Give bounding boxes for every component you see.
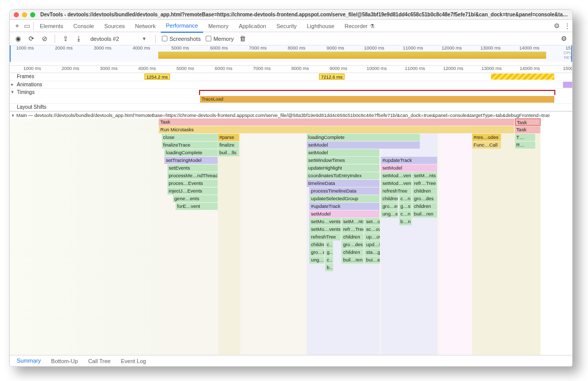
- flame-bar[interactable]: setMo…vents: [309, 218, 341, 225]
- tab-security[interactable]: Security: [271, 20, 302, 32]
- flame-bar[interactable]: loadingComplete: [164, 149, 218, 156]
- flame-bar[interactable]: close: [162, 134, 218, 141]
- flame-bar[interactable]: processTimelineData: [309, 187, 380, 195]
- flame-bar[interactable]: b…: [325, 264, 333, 271]
- flame-bar[interactable]: upd…ts: [364, 241, 380, 248]
- flame-bar[interactable]: ung…es: [309, 256, 325, 264]
- flame-bar[interactable]: buil…lls: [218, 149, 239, 156]
- close-window-icon[interactable]: [14, 12, 19, 17]
- flame-bar[interactable]: children: [309, 241, 325, 248]
- tab-memory[interactable]: Memory: [203, 20, 234, 32]
- inspect-element-icon[interactable]: ⌖: [12, 22, 22, 30]
- flame-bar[interactable]: Func…Call: [472, 141, 501, 149]
- tab-application[interactable]: Application: [234, 20, 272, 32]
- flame-bar[interactable]: proces…Events: [167, 180, 218, 187]
- anim-segment[interactable]: [563, 82, 572, 88]
- flame-bar[interactable]: buil…ren: [341, 256, 364, 264]
- flame-bar[interactable]: c…n: [399, 210, 412, 218]
- zoom-window-icon[interactable]: [30, 12, 35, 17]
- flame-bar[interactable]: setMod…vents: [381, 172, 412, 179]
- settings-gear-icon[interactable]: ⚙: [552, 22, 562, 30]
- flame-bar[interactable]: injectJ…Events: [167, 187, 218, 195]
- flame-bar[interactable]: T…: [515, 134, 536, 141]
- flame-bar[interactable]: setModel: [307, 149, 380, 156]
- flame-bar[interactable]: #updateTrack: [381, 157, 437, 164]
- settings-gear-icon[interactable]: ⚙: [560, 35, 568, 42]
- flame-bar[interactable]: #res…odes: [472, 134, 501, 141]
- flame-bar[interactable]: children: [412, 187, 437, 195]
- clear-icon[interactable]: ⊘: [40, 35, 48, 42]
- profile-select[interactable]: devtools #2 ▼: [88, 35, 149, 43]
- flame-bar[interactable]: gro…es: [381, 203, 398, 210]
- flame-bar[interactable]: setModel: [307, 141, 421, 149]
- device-toggle-icon[interactable]: ▭: [22, 22, 32, 30]
- flame-bar[interactable]: children: [341, 233, 364, 241]
- overview-timeline[interactable]: 1000 ms2000 ms3000 ms4000 ms5000 ms6000 …: [10, 45, 572, 66]
- flame-bar[interactable]: forE…vent: [176, 203, 218, 210]
- flame-bar[interactable]: setM…nts: [341, 218, 364, 225]
- tab-elements[interactable]: Elements: [35, 20, 68, 32]
- flame-bar[interactable]: sta…ge: [364, 249, 380, 256]
- track-animations[interactable]: Animations: [10, 81, 572, 88]
- flame-bar[interactable]: setModel: [381, 164, 437, 172]
- tab-performance[interactable]: Performance: [161, 19, 203, 33]
- btab-summary[interactable]: Summary: [12, 355, 46, 367]
- flame-bar[interactable]: finalizeTrace: [162, 141, 218, 149]
- more-vert-icon[interactable]: ⋮: [562, 22, 572, 30]
- flame-bar[interactable]: R…: [515, 141, 536, 149]
- flame-bar[interactable]: c…: [325, 256, 333, 264]
- flame-bar[interactable]: children: [381, 195, 398, 202]
- flame-bar[interactable]: finalize: [218, 141, 239, 149]
- tab-recorder[interactable]: Recorder: [339, 20, 380, 32]
- track-frames[interactable]: Frames 1254.2 ms 7212.6 ms: [10, 73, 572, 81]
- frame-segment[interactable]: 7212.6 ms: [319, 74, 345, 80]
- flame-bar[interactable]: Task: [515, 118, 541, 126]
- reload-icon[interactable]: ⟳: [27, 35, 35, 42]
- flame-bar[interactable]: ung…es: [381, 210, 398, 218]
- btab-bottom-up[interactable]: Bottom-Up: [46, 355, 83, 367]
- upload-icon[interactable]: ⇪: [61, 35, 69, 42]
- checkbox-memory[interactable]: Memory: [206, 36, 234, 42]
- flame-bar[interactable]: gro…des: [341, 241, 364, 248]
- timing-segment[interactable]: TraceLoad: [200, 96, 554, 103]
- flame-bar[interactable]: Run Microtasks: [159, 126, 514, 133]
- flame-bar[interactable]: children: [341, 249, 364, 256]
- flame-bar[interactable]: c…: [325, 241, 333, 248]
- tab-console[interactable]: Console: [68, 20, 99, 32]
- download-icon[interactable]: ⭳: [75, 35, 83, 42]
- minimize-window-icon[interactable]: [22, 12, 27, 17]
- flame-bar[interactable]: gro…es: [309, 249, 325, 256]
- main-thread-header[interactable]: Main — devtools://devtools/bundled/devto…: [10, 111, 572, 118]
- flame-bar[interactable]: gro…des: [412, 195, 437, 202]
- flame-bar[interactable]: sc…ow: [364, 226, 380, 233]
- flame-bar[interactable]: refr…Tree: [341, 226, 364, 233]
- flame-bar[interactable]: Task: [159, 118, 514, 126]
- flame-bar[interactable]: #parse: [218, 134, 239, 141]
- flame-bar[interactable]: up…ow: [364, 233, 380, 241]
- flame-bar[interactable]: setMo…vents: [309, 226, 341, 233]
- flame-bar[interactable]: updateHighlight: [307, 164, 380, 172]
- flame-bar[interactable]: refreshTree: [381, 187, 412, 195]
- flame-bar[interactable]: c…n: [399, 195, 412, 202]
- flame-bar[interactable]: processMe…ndThreads: [167, 172, 218, 179]
- tab-sources[interactable]: Sources: [99, 20, 130, 32]
- trash-icon[interactable]: 🗑: [239, 35, 247, 42]
- flame-bar[interactable]: updateSelectedGroup: [309, 195, 380, 202]
- flame-bar[interactable]: gene…ents: [173, 195, 218, 202]
- flame-bar[interactable]: set…on: [364, 218, 380, 225]
- flame-bar[interactable]: buil…ren: [412, 210, 437, 218]
- time-ruler[interactable]: 1000 ms2000 ms3000 ms4000 ms5000 ms6000 …: [10, 66, 572, 73]
- flame-chart[interactable]: TaskTaskRun MicrotasksTaskclose#parseloa…: [10, 118, 572, 355]
- flame-bar[interactable]: refr…Tree: [412, 180, 437, 187]
- flame-bar[interactable]: g…: [325, 249, 333, 256]
- flame-bar[interactable]: setEvents: [167, 164, 218, 172]
- frame-segment[interactable]: [491, 74, 554, 80]
- flame-bar[interactable]: setTracingModel: [164, 157, 218, 164]
- btab-call-tree[interactable]: Call Tree: [83, 355, 116, 367]
- flame-bar[interactable]: loadingComplete: [307, 134, 421, 141]
- flame-bar[interactable]: coordinatesToEntryIndex: [307, 172, 380, 179]
- flame-bar[interactable]: Task: [515, 126, 541, 133]
- track-timings[interactable]: Timings TraceLoad: [10, 88, 572, 103]
- flame-bar[interactable]: bui…ed: [364, 256, 380, 264]
- checkbox-screenshots[interactable]: Screenshots: [162, 36, 201, 42]
